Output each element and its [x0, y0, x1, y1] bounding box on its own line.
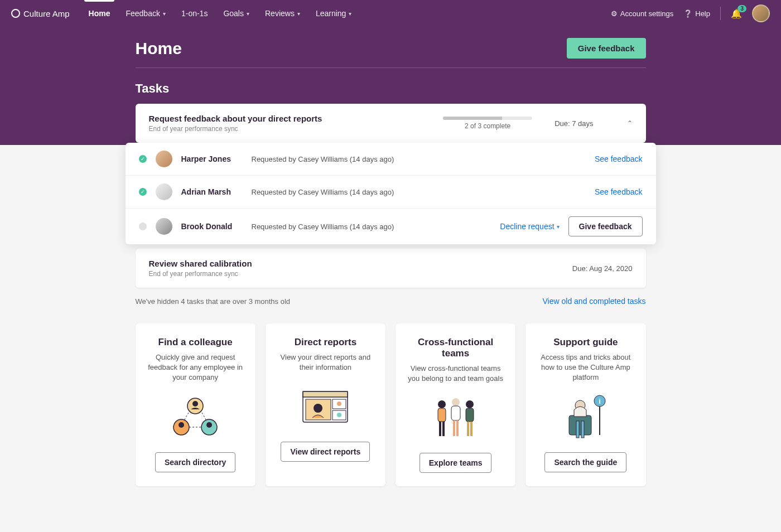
teams-illustration-icon [425, 393, 486, 443]
direct-reports-illustration-icon [295, 381, 356, 432]
decline-label: Decline request [500, 222, 554, 231]
svg-point-13 [337, 413, 341, 417]
quick-title: Find a colleague [158, 337, 233, 348]
task-due: Due: Aug 24, 2020 [572, 264, 633, 273]
explore-teams-button[interactable]: Explore teams [420, 453, 492, 473]
task-subtitle: End of year performance sync [149, 125, 322, 133]
search-directory-button[interactable]: Search directory [155, 452, 236, 472]
quick-desc: View your direct reports and their infor… [276, 352, 375, 373]
nav-label: 1-on-1s [181, 9, 208, 18]
help-icon: ❔ [683, 9, 692, 18]
svg-rect-7 [303, 391, 348, 397]
tasks-heading: Tasks [136, 81, 646, 96]
chevron-down-icon: ▾ [557, 224, 560, 230]
page-header: Home Give feedback [136, 27, 646, 68]
task-title: Review shared calibration [149, 259, 252, 268]
svg-rect-31 [576, 421, 579, 438]
quick-card-support: Support guide Access tips and tricks abo… [526, 323, 645, 486]
view-old-tasks-link[interactable]: View old and completed tasks [543, 297, 646, 306]
svg-rect-15 [438, 408, 446, 422]
status-pending-icon [139, 223, 147, 230]
hidden-tasks-text: We've hidden 4 tasks that are over 3 mon… [136, 297, 291, 306]
svg-point-5 [206, 422, 212, 428]
status-done-icon: ✓ [139, 188, 147, 196]
quick-desc: View cross-functional teams you belong t… [406, 364, 505, 384]
task-header[interactable]: Request feedback about your direct repor… [136, 104, 646, 143]
nav-label: Reviews [265, 9, 295, 18]
nav-label: Goals [223, 9, 244, 18]
svg-point-18 [452, 398, 460, 406]
person-avatar [156, 183, 172, 200]
svg-rect-29 [569, 415, 591, 435]
account-settings-link[interactable]: ⚙ Account settings [611, 9, 673, 18]
quick-desc: Access tips and tricks about how to use … [536, 352, 635, 383]
person-name: Adrian Marsh [181, 187, 243, 196]
svg-text:i: i [599, 397, 601, 405]
row-meta: Requested by Casey Williams (14 days ago… [252, 188, 394, 196]
see-feedback-link[interactable]: See feedback [595, 187, 643, 196]
chevron-down-icon: ▾ [297, 11, 300, 17]
svg-rect-19 [451, 406, 460, 420]
help-link[interactable]: ❔ Help [683, 9, 710, 18]
task-row: Brook Donald Requested by Casey Williams… [126, 209, 656, 244]
svg-point-3 [179, 422, 184, 428]
nav-items: Home Feedback▾ 1-on-1s Goals▾ Reviews▾ L… [81, 0, 360, 27]
view-direct-reports-button[interactable]: View direct reports [281, 442, 370, 462]
svg-rect-20 [453, 420, 455, 436]
user-avatar[interactable] [752, 4, 770, 22]
task-title: Request feedback about your direct repor… [149, 114, 322, 123]
quick-title: Support guide [553, 337, 618, 348]
give-feedback-button[interactable]: Give feedback [568, 216, 643, 236]
svg-rect-32 [581, 421, 584, 438]
quick-desc: Quickly give and request feedback for an… [146, 352, 245, 383]
person-name: Harper Jones [181, 154, 243, 163]
top-nav: Culture Amp Home Feedback▾ 1-on-1s Goals… [0, 0, 781, 27]
task-progress: 2 of 3 complete [443, 117, 532, 130]
chevron-down-icon: ▾ [163, 11, 166, 17]
search-guide-button[interactable]: Search the guide [544, 452, 626, 472]
nav-label: Home [89, 9, 110, 18]
person-avatar [156, 218, 172, 235]
person-name: Brook Donald [181, 222, 243, 231]
svg-rect-24 [467, 422, 469, 436]
nav-reviews[interactable]: Reviews▾ [257, 0, 308, 27]
brand-name: Culture Amp [23, 9, 70, 18]
gear-icon: ⚙ [611, 9, 618, 18]
task-subtitle: End of year performance sync [149, 270, 252, 278]
task-row: ✓ Adrian Marsh Requested by Casey Willia… [126, 176, 656, 209]
task-card-calibration[interactable]: Review shared calibration End of year pe… [136, 249, 646, 288]
status-done-icon: ✓ [139, 155, 147, 163]
see-feedback-link[interactable]: See feedback [595, 154, 643, 163]
nav-1on1s[interactable]: 1-on-1s [173, 0, 215, 27]
task-card-feedback: Request feedback about your direct repor… [136, 104, 646, 143]
svg-rect-16 [439, 422, 441, 436]
nav-home[interactable]: Home [81, 0, 118, 27]
nav-label: Feedback [126, 9, 160, 18]
decline-request-dropdown[interactable]: Decline request ▾ [500, 222, 559, 231]
notification-badge: 3 [737, 5, 746, 12]
nav-goals[interactable]: Goals▾ [215, 0, 257, 27]
svg-point-9 [314, 404, 322, 413]
nav-feedback[interactable]: Feedback▾ [118, 0, 173, 27]
person-avatar [156, 151, 172, 167]
nav-learning[interactable]: Learning▾ [308, 0, 360, 27]
hidden-tasks-bar: We've hidden 4 tasks that are over 3 mon… [136, 288, 646, 310]
quick-card-teams: Cross-functional teams View cross-functi… [396, 323, 515, 486]
account-settings-label: Account settings [620, 9, 673, 18]
svg-point-11 [337, 402, 341, 406]
quick-title: Cross-functional teams [406, 337, 505, 359]
chevron-down-icon: ▾ [349, 11, 351, 17]
notifications-button[interactable]: 🔔 3 [731, 8, 742, 19]
progress-text: 2 of 3 complete [443, 122, 532, 130]
give-feedback-button[interactable]: Give feedback [567, 38, 646, 59]
task-row: ✓ Harper Jones Requested by Casey Willia… [126, 143, 656, 176]
divider [720, 7, 721, 20]
task-due: Due: 7 days [555, 119, 593, 128]
quick-title: Direct reports [295, 337, 356, 348]
svg-point-1 [192, 401, 198, 407]
svg-rect-17 [442, 422, 445, 436]
brand-logo[interactable]: Culture Amp [11, 9, 70, 18]
collapse-toggle[interactable]: ⌃ [627, 119, 633, 127]
quick-card-colleague: Find a colleague Quickly give and reques… [136, 323, 255, 486]
svg-point-22 [466, 400, 474, 408]
